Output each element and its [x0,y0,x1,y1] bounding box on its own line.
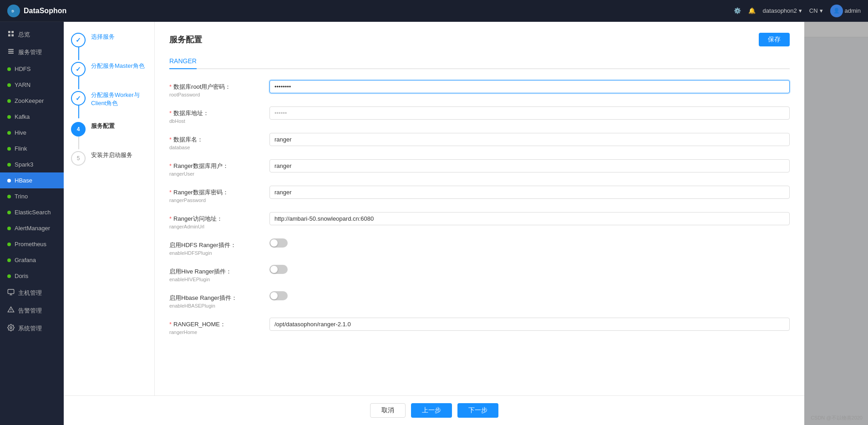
sidebar-item-hive[interactable]: Hive [0,125,64,141]
step-circle-4: 4 [71,122,86,137]
step-item-2: ✓ 分配服务Master角色 [71,62,147,76]
toggle-track-hive [269,265,288,274]
sidebar-label-trino: Trino [15,193,28,200]
step-label-1: 选择服务 [91,33,147,41]
required-star-2: * [169,110,172,116]
step-check-icon-3: ✓ [76,95,81,102]
app-title: DataSophon [24,7,66,15]
control-dbHost [269,106,790,120]
label-dbHost: *数据库地址： dbHost [169,106,269,124]
svg-rect-6 [8,49,14,50]
sidebar-item-hdfs[interactable]: HDFS [0,61,64,77]
form-row-rangerAdminUrl: *Ranger访问地址： rangerAdminUrl [169,212,790,229]
content-area: 服务管理 / HBASE ✓ 选择服务 [64,22,868,425]
grafana-status-dot [7,258,11,262]
toggle-enableHDFSPlugin[interactable] [269,238,288,248]
sub-label-rangerHome: rangerHome [169,329,269,335]
sidebar-label-yarn: YARN [15,81,30,88]
input-rangerPassword[interactable] [269,186,790,199]
sidebar-label-host-mgmt: 主机管理 [18,289,42,297]
toggle-track-hbase [269,291,288,300]
sidebar-item-prometheus[interactable]: Prometheus [0,236,64,252]
input-rangerHome[interactable] [269,318,790,331]
doris-status-dot [7,274,11,278]
sidebar-label-service-mgmt: 服务管理 [18,48,42,56]
step-item-4: 4 服务配置 [71,122,147,137]
control-rootPassword [269,80,790,93]
toggle-enableHBASEPlugin[interactable] [269,291,288,300]
sys-mgmt-icon [7,324,15,333]
sidebar-label-elasticsearch: ElasticSearch [15,209,51,216]
sidebar-item-spark3[interactable]: Spark3 [0,157,64,172]
input-database[interactable] [269,133,790,146]
label-rangerAdminUrl: *Ranger访问地址： rangerAdminUrl [169,212,269,229]
dialog-inner: ✓ 选择服务 ✓ 分配服务Master角色 [64,22,804,395]
yarn-status-dot [7,83,11,87]
sidebar-label-overview: 总览 [18,30,30,39]
elasticsearch-status-dot [7,211,11,214]
lang-selector[interactable]: CN ▾ [809,7,823,14]
sidebar-item-flink[interactable]: Flink [0,141,64,157]
sidebar-label-flink: Flink [15,145,27,152]
svg-rect-7 [8,51,14,52]
user-menu[interactable]: 👤 admin [830,5,861,17]
sidebar-item-doris[interactable]: Doris [0,268,64,284]
svg-rect-2 [8,31,10,33]
cancel-button[interactable]: 取消 [370,403,406,418]
sidebar-label-prometheus: Prometheus [15,241,46,248]
cluster-chevron-icon: ▾ [799,7,802,14]
form-row-dbHost: *数据库地址： dbHost [169,106,790,124]
bell-button[interactable]: 🔔 [748,7,756,14]
input-rangerAdminUrl[interactable] [269,212,790,225]
sidebar-label-doris: Doris [15,273,28,279]
sidebar-item-hbase[interactable]: HBase [0,172,64,188]
sidebar-label-alert-mgmt: 告警管理 [18,307,42,315]
toggle-enableHIVEPlugin[interactable] [269,265,288,274]
sub-label-dbHost: dbHost [169,118,269,124]
step-label-5: 安装并启动服务 [91,151,147,159]
sidebar-item-zookeeper[interactable]: ZooKeeper [0,93,64,109]
label-enableHIVEPlugin: 启用Hive Ranger插件： enableHIVEPlugin [169,265,269,282]
sidebar-item-host-mgmt[interactable]: 主机管理 [0,284,64,302]
control-rangerHome [269,318,790,331]
step-circle-3: ✓ [71,91,86,106]
sidebar-item-elasticsearch[interactable]: ElasticSearch [0,204,64,220]
step-text-3: 分配服务Worker与Client角色 [91,91,147,107]
prometheus-status-dot [7,243,11,246]
sidebar-item-sys-mgmt[interactable]: 系统管理 [0,319,64,337]
tab-ranger[interactable]: RANGER [169,54,197,69]
label-rootPassword: *数据库root用户密码： rootPassword [169,80,269,97]
save-button[interactable]: 保存 [759,33,790,46]
sidebar-label-hbase: HBase [15,177,32,184]
avatar: 👤 [830,5,843,17]
settings-button[interactable]: ⚙️ [734,7,741,14]
step-number-4: 4 [77,126,80,132]
service-mgmt-icon [7,48,15,56]
sidebar-item-alert-mgmt[interactable]: 告警管理 [0,302,64,319]
settings-icon: ⚙️ [734,7,741,14]
sidebar-item-grafana[interactable]: Grafana [0,252,64,268]
watermark: CSDN @不以物喜2020 [811,415,863,421]
cluster-selector[interactable]: datasophon2 ▾ [763,7,802,14]
sidebar-item-yarn[interactable]: YARN [0,77,64,93]
svg-rect-3 [11,31,14,33]
sidebar-item-alertmanager[interactable]: AlertManager [0,220,64,236]
input-rootPassword[interactable] [269,80,790,93]
sidebar-item-service-mgmt[interactable]: 服务管理 [0,43,64,61]
sidebar-label-sys-mgmt: 系统管理 [18,324,42,333]
required-star-7: * [169,321,172,328]
alertmanager-status-dot [7,227,11,230]
sidebar-item-trino[interactable]: Trino [0,188,64,204]
sidebar-item-overview[interactable]: 总览 [0,25,64,43]
kafka-status-dot [7,115,11,119]
svg-rect-8 [8,53,14,54]
next-button[interactable]: 下一步 [457,403,498,418]
prev-button[interactable]: 上一步 [411,403,452,418]
sidebar-item-kafka[interactable]: Kafka [0,109,64,125]
input-rangerUser[interactable] [269,159,790,172]
form-title: 服务配置 [169,34,202,45]
step-text-5: 安装并启动服务 [91,151,147,159]
input-dbHost[interactable] [269,106,790,120]
sidebar-label-hive: Hive [15,129,26,136]
step-label-4: 服务配置 [91,122,147,130]
